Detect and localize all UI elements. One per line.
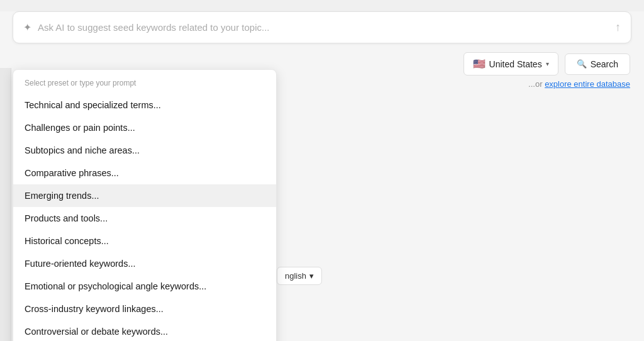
- dropdown-item[interactable]: Challenges or pain points...: [13, 116, 276, 139]
- us-flag-icon: 🇺🇸: [473, 58, 486, 70]
- country-chevron-icon: ▾: [546, 60, 549, 67]
- dropdown-item[interactable]: Historical concepts...: [13, 230, 276, 252]
- country-selector-button[interactable]: 🇺🇸 United States ▾: [464, 52, 558, 75]
- search-button-label: Search: [591, 59, 618, 69]
- dropdown-item[interactable]: Cross-industry keyword linkages...: [13, 298, 276, 320]
- language-label: nglish: [285, 271, 306, 281]
- explore-prefix: ...or: [528, 79, 545, 89]
- dropdown-item[interactable]: Products and tools...: [13, 207, 276, 230]
- dropdown-item[interactable]: Emerging trends...: [13, 184, 276, 207]
- dropdown-item[interactable]: Emotional or psychological angle keyword…: [13, 275, 276, 298]
- main-container: ✦ Ask AI to suggest seed keywords relate…: [0, 11, 644, 341]
- preset-dropdown: Select preset or type your prompt Techni…: [13, 69, 277, 341]
- ai-input-bar: ✦ Ask AI to suggest seed keywords relate…: [13, 11, 631, 43]
- sidebar-indicator: [0, 68, 11, 341]
- ai-send-button[interactable]: ↑: [615, 21, 621, 34]
- sparkle-icon: ✦: [23, 21, 31, 33]
- dropdown-item[interactable]: Controversial or debate keywords...: [13, 320, 276, 341]
- explore-database-link[interactable]: explore entire database: [545, 79, 630, 89]
- dropdown-item[interactable]: Technical and specialized terms...: [13, 94, 276, 116]
- search-icon: 🔍: [577, 59, 587, 69]
- ai-input-placeholder[interactable]: Ask AI to suggest seed keywords related …: [38, 22, 270, 33]
- ai-input-left: ✦ Ask AI to suggest seed keywords relate…: [23, 21, 615, 33]
- language-dropdown[interactable]: nglish ▾: [277, 267, 322, 285]
- language-chevron-icon: ▾: [309, 271, 314, 281]
- dropdown-item[interactable]: Subtopics and niche areas...: [13, 139, 276, 162]
- country-label: United States: [489, 59, 542, 69]
- dropdown-items-container: Technical and specialized terms...Challe…: [13, 94, 276, 341]
- dropdown-header: Select preset or type your prompt: [13, 76, 276, 94]
- search-button[interactable]: 🔍 Search: [565, 53, 630, 75]
- dropdown-item[interactable]: Comparative phrases...: [13, 162, 276, 184]
- dropdown-item[interactable]: Future-oriented keywords...: [13, 252, 276, 275]
